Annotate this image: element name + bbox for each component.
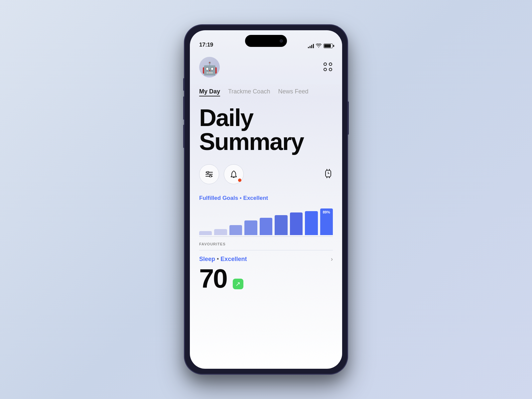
favourites-label: FAVOURITES xyxy=(199,242,333,246)
notification-dot xyxy=(238,179,241,182)
phone-frame: 17:19 xyxy=(185,25,347,374)
chart-bar-6 xyxy=(275,215,287,235)
front-camera xyxy=(280,39,283,43)
svg-point-3 xyxy=(207,171,209,173)
favourites-section: FAVOURITES Sleep • Excellent › 70 ↗ xyxy=(199,242,333,292)
tab-news-feed[interactable]: News Feed xyxy=(278,88,308,96)
goals-chart: 89% xyxy=(199,207,333,237)
screen-content: 🤖 My Day Trackme Coach News Feed Daily S… xyxy=(190,51,342,369)
sleep-value: 70 xyxy=(199,265,227,292)
page-title: Daily Summary xyxy=(199,106,333,154)
sleep-chevron-icon: › xyxy=(331,256,333,263)
top-row: 🤖 xyxy=(199,57,333,77)
notification-button[interactable] xyxy=(224,164,244,184)
tab-trackme-coach[interactable]: Trackme Coach xyxy=(228,88,270,96)
apps-grid-icon[interactable] xyxy=(324,63,333,72)
status-icons xyxy=(308,44,333,48)
volume-down-button xyxy=(183,125,185,148)
chart-bar-7 xyxy=(290,212,303,235)
battery-icon xyxy=(324,44,333,48)
watch-icon xyxy=(324,168,333,180)
wifi-icon xyxy=(316,44,322,48)
sleep-title: Sleep • Excellent xyxy=(199,256,247,263)
filter-button[interactable] xyxy=(199,164,219,184)
sleep-value-row: 70 ↗ xyxy=(199,265,333,292)
chart-bar-9-label: 89% xyxy=(323,210,330,214)
battery-fill xyxy=(324,44,331,48)
avatar-emoji: 🤖 xyxy=(202,62,217,75)
sleep-trend-badge: ↗ xyxy=(233,279,243,289)
chart-bar-5 xyxy=(260,218,272,235)
dynamic-island xyxy=(245,35,287,47)
sleep-metric-row[interactable]: Sleep • Excellent › xyxy=(199,256,333,263)
bell-icon xyxy=(230,170,237,178)
chart-bar-2 xyxy=(214,229,227,235)
svg-point-4 xyxy=(209,175,211,177)
goals-label: Fulfilled Goals • Excellent xyxy=(199,195,333,201)
chart-bar-3 xyxy=(229,225,242,235)
status-time: 17:19 xyxy=(199,42,213,48)
nav-tabs: My Day Trackme Coach News Feed xyxy=(199,88,333,96)
avatar[interactable]: 🤖 xyxy=(199,57,220,77)
action-row xyxy=(199,164,333,184)
signal-icon xyxy=(308,44,314,48)
watch-button[interactable] xyxy=(324,168,333,181)
volume-up-button xyxy=(183,96,185,120)
chart-bar-9: 89% xyxy=(320,208,333,235)
phone-screen: 17:19 xyxy=(190,30,342,369)
section-divider xyxy=(199,250,333,250)
trend-up-icon: ↗ xyxy=(235,280,240,288)
filter-icon xyxy=(205,171,213,177)
chart-bar-1 xyxy=(199,231,212,235)
chart-bar-4 xyxy=(244,220,257,235)
chart-bar-8 xyxy=(305,211,318,235)
power-button xyxy=(347,101,349,135)
tab-my-day[interactable]: My Day xyxy=(199,88,220,96)
mute-button xyxy=(183,78,185,91)
